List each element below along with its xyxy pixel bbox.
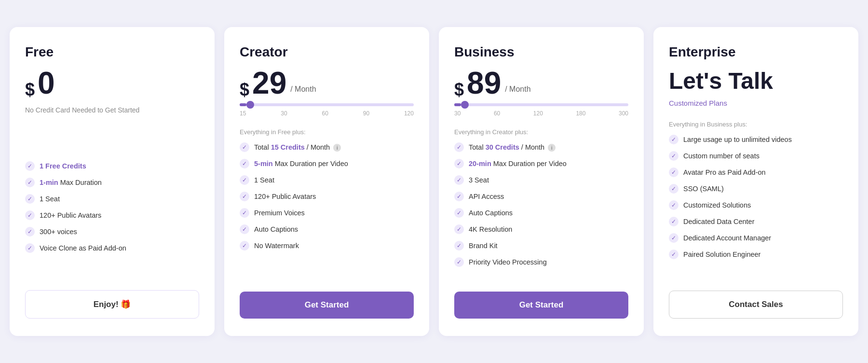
feature-item: ✓ 120+ Public Avatars (240, 192, 414, 201)
feature-item: ✓ Paired Solution Engineer (669, 250, 843, 259)
business-slider-container: 30 60 120 180 300 (454, 103, 628, 117)
feature-list-free: ✓ 1 Free Credits ✓ 1-min Max Duration ✓ … (25, 161, 199, 277)
check-icon: ✓ (454, 224, 464, 234)
feature-item: ✓ API Access (454, 192, 628, 201)
price-symbol-free: $ (25, 81, 35, 98)
check-icon: ✓ (240, 175, 249, 185)
price-subtitle-free: No Credit Card Needed to Get Started (25, 106, 199, 114)
feature-item: ✓ 120+ Public Avatars (25, 210, 199, 220)
price-symbol-creator: $ (240, 81, 249, 98)
price-row-free: $ 0 (25, 68, 199, 98)
feature-item: ✓ No Watermark (240, 241, 414, 251)
feature-item: ✓ Customized Solutions (669, 200, 843, 210)
feature-item: ✓ Dedicated Data Center (669, 217, 843, 226)
feature-item: ✓ Large usage up to unlimited videos (669, 135, 843, 144)
plan-title-enterprise: Enterprise (669, 44, 843, 60)
feature-item: ✓ Total 15 Credits / Month i (240, 142, 414, 152)
check-icon: ✓ (240, 241, 249, 251)
feature-item: ✓ Custom number of seats (669, 151, 843, 161)
check-icon: ✓ (669, 200, 678, 210)
feature-item: ✓ 4K Resolution (454, 224, 628, 234)
feature-list-creator: ✓ Total 15 Credits / Month i ✓ 5-min Max… (240, 142, 414, 278)
pricing-grid: Free $ 0 No Credit Card Needed to Get St… (10, 27, 858, 336)
check-icon: ✓ (25, 194, 35, 204)
check-icon: ✓ (240, 159, 249, 168)
check-icon: ✓ (25, 161, 35, 171)
plan-card-enterprise: Enterprise Let's Talk Customized Plans E… (653, 27, 858, 336)
check-icon: ✓ (25, 227, 35, 237)
feature-item: ✓ Voice Clone as Paid Add-on (25, 243, 199, 253)
check-icon: ✓ (25, 210, 35, 220)
feature-item: ✓ 1 Seat (240, 175, 414, 185)
business-slider-track (454, 103, 628, 106)
price-period-creator: / Month (289, 85, 316, 94)
creator-slider-container: 15 30 60 90 120 (240, 103, 414, 117)
free-cta-button[interactable]: Enjoy! 🎁 (25, 290, 199, 319)
enterprise-section-label: Everything in Business plus: (669, 121, 843, 128)
feature-item: ✓ 1 Seat (25, 194, 199, 204)
check-icon: ✓ (454, 192, 464, 201)
feature-item: ✓ 300+ voices (25, 227, 199, 237)
check-icon: ✓ (669, 168, 678, 177)
business-slider-labels: 30 60 120 180 300 (454, 110, 628, 117)
feature-item: ✓ Priority Video Processing (454, 257, 628, 267)
price-row-business: $ 89 / Month (454, 68, 628, 98)
check-icon: ✓ (669, 151, 678, 161)
price-amount-creator: 29 (252, 68, 286, 98)
business-cta-button[interactable]: Get Started (454, 292, 628, 319)
check-icon: ✓ (454, 257, 464, 267)
feature-item: ✓ 20-min Max Duration per Video (454, 159, 628, 168)
enterprise-cta-button[interactable]: Contact Sales (669, 291, 843, 319)
enterprise-price: Let's Talk (669, 68, 843, 94)
feature-item: ✓ Brand Kit (454, 241, 628, 251)
check-icon: ✓ (669, 135, 678, 144)
feature-item: ✓ SSO (SAML) (669, 184, 843, 194)
check-icon: ✓ (240, 208, 249, 218)
check-icon: ✓ (240, 142, 249, 152)
plan-title-business: Business (454, 44, 628, 60)
feature-item: ✓ Dedicated Account Manager (669, 233, 843, 243)
creator-slider-fill (240, 103, 246, 106)
check-icon: ✓ (669, 233, 678, 243)
price-amount-free: 0 (38, 68, 55, 98)
feature-item: ✓ 3 Seat (454, 175, 628, 185)
check-icon: ✓ (669, 250, 678, 259)
price-row-creator: $ 29 / Month (240, 68, 414, 98)
price-symbol-business: $ (454, 81, 464, 98)
check-icon: ✓ (25, 178, 35, 187)
price-amount-business: 89 (467, 68, 501, 98)
feature-item: ✓ 5-min Max Duration per Video (240, 159, 414, 168)
business-slider-fill (454, 103, 461, 106)
creator-slider-track (240, 103, 414, 106)
feature-item: ✓ Premium Voices (240, 208, 414, 218)
check-icon: ✓ (454, 241, 464, 251)
creator-slider-labels: 15 30 60 90 120 (240, 110, 414, 117)
check-icon: ✓ (240, 192, 249, 201)
feature-list-enterprise: ✓ Large usage up to unlimited videos ✓ C… (669, 135, 843, 277)
business-slider-thumb[interactable] (461, 101, 469, 109)
business-section-label: Everything in Creator plus: (454, 128, 628, 136)
check-icon: ✓ (669, 217, 678, 226)
plan-card-free: Free $ 0 No Credit Card Needed to Get St… (10, 27, 215, 336)
creator-section-label: Everything in Free plus: (240, 128, 414, 136)
check-icon: ✓ (25, 243, 35, 253)
feature-item: ✓ Avatar Pro as Paid Add-on (669, 168, 843, 177)
feature-item: ✓ Auto Captions (454, 208, 628, 218)
creator-cta-button[interactable]: Get Started (240, 292, 414, 319)
feature-item: ✓ 1 Free Credits (25, 161, 199, 171)
info-icon[interactable]: i (548, 144, 556, 152)
plan-title-free: Free (25, 44, 199, 60)
plan-card-creator: Creator $ 29 / Month 15 30 60 90 120 Eve… (224, 27, 429, 336)
feature-item: ✓ Auto Captions (240, 224, 414, 234)
feature-list-business: ✓ Total 30 Credits / Month i ✓ 20-min Ma… (454, 142, 628, 278)
feature-item: ✓ Total 30 Credits / Month i (454, 142, 628, 152)
price-period-business: / Month (504, 85, 530, 94)
check-icon: ✓ (240, 224, 249, 234)
plan-card-business: Business $ 89 / Month 30 60 120 180 300 … (439, 27, 644, 336)
check-icon: ✓ (454, 208, 464, 218)
check-icon: ✓ (454, 175, 464, 185)
check-icon: ✓ (454, 159, 464, 168)
creator-slider-thumb[interactable] (246, 101, 254, 109)
plan-title-creator: Creator (240, 44, 414, 60)
info-icon[interactable]: i (333, 144, 341, 152)
